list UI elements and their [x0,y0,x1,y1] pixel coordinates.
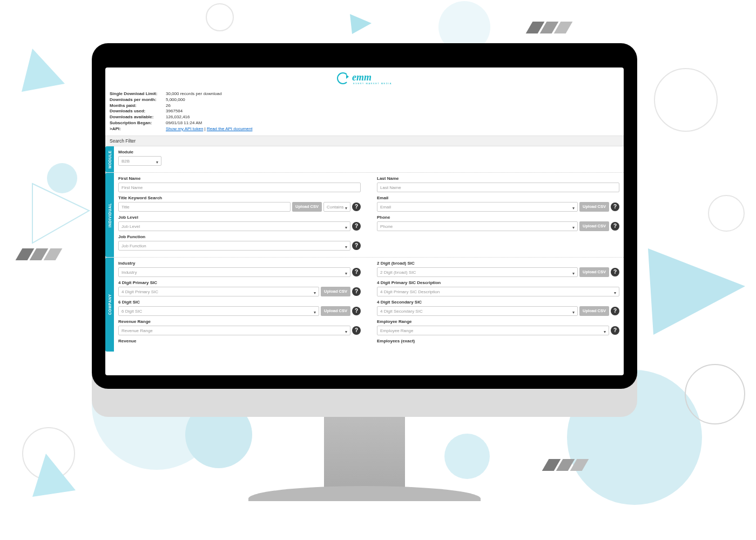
title-match-select[interactable]: Contains [323,202,350,212]
dpm-value: 5,000,000 [166,97,185,103]
sic4sec-label: 4 Digit Secondary SIC [377,300,619,305]
account-info: Single Download Limit:30,000 records per… [105,89,624,136]
section-module: MODULE Module B2B [105,146,624,173]
sic4sec-select[interactable]: 4 Digit Secondary SIC [377,306,578,316]
avail-label: Downloads available: [110,114,164,120]
svg-marker-2 [350,14,372,34]
first-name-label: First Name [118,176,361,181]
svg-marker-12 [32,454,76,497]
help-icon[interactable]: ? [352,326,361,335]
svg-point-13 [444,434,490,479]
sub-value: 09/01/18 11:24 AM [166,120,202,126]
section-company: COMPANY Industry Industry ? 2 Digit (bro… [105,258,624,352]
sic6-upload-csv-button[interactable]: Upload CSV [321,306,350,316]
sic6-select[interactable]: 6 Digit SIC [118,306,319,316]
title-label: Title Keyword Search [118,195,361,200]
job-level-label: Job Level [118,215,361,220]
avail-value: 126,032,416 [166,114,190,120]
limit-value: 30,000 records per download [166,91,222,97]
monitor-base [248,486,481,501]
logo-text: emm [352,72,392,83]
phone-input[interactable]: Phone [377,221,578,231]
sic2-select[interactable]: 2 Digit (broad) SIC [377,267,578,277]
phone-label: Phone [377,215,619,220]
email-upload-csv-button[interactable]: Upload CSV [579,202,609,212]
help-icon[interactable]: ? [611,326,619,335]
decor-triangle [32,454,81,502]
decor-circle [205,3,235,32]
sic4desc-label: 4 Digit Primary SIC Description [377,280,619,285]
decor-circle [707,194,745,232]
logo-tagline: EVERY MARKET MEDIA [353,82,392,85]
help-icon[interactable]: ? [611,222,619,231]
help-icon[interactable]: ? [352,287,361,296]
last-name-input[interactable]: Last Name [377,183,619,192]
help-icon[interactable]: ? [352,268,361,276]
industry-select[interactable]: Industry [118,267,350,277]
logo-bar: emm EVERY MARKET MEDIA [105,68,624,89]
sic4desc-select[interactable]: 4 Digit Primary SIC Description [377,287,619,296]
first-name-input[interactable]: First Name [118,183,361,192]
decor-stripes [16,248,63,260]
sub-label: Subscription Began: [110,120,164,126]
email-input[interactable]: Email [377,202,578,212]
last-name-label: Last Name [377,176,619,181]
api-token-link[interactable]: Show my API token [166,126,203,131]
tab-search-filter[interactable]: Search Filter [105,136,624,146]
decor-play [346,10,375,39]
help-icon[interactable]: ? [611,268,619,276]
decor-play [648,232,756,340]
decor-play-outline [27,178,97,248]
svg-marker-7 [648,248,745,335]
sic4-label: 4 Digit Primary SIC [118,280,361,285]
decor-triangle [22,49,70,97]
svg-point-5 [654,69,717,131]
employees-label: Employees (exact) [377,339,619,343]
job-fn-select[interactable]: Job Function [118,241,350,251]
sic4-select[interactable]: 4 Digit Primary SIC [118,287,319,296]
monitor-stand [324,409,405,496]
side-tab-individual: INDIVIDUAL [105,173,114,257]
emp-range-label: Employee Range [377,319,619,324]
side-tab-company: COMPANY [105,258,114,352]
sic4-upload-csv-button[interactable]: Upload CSV [321,287,350,296]
title-upload-csv-button[interactable]: Upload CSV [292,202,322,212]
svg-marker-0 [22,49,65,92]
help-icon[interactable]: ? [352,202,361,211]
svg-point-15 [685,364,745,424]
monitor-frame: emm EVERY MARKET MEDIA Single Download L… [92,43,637,389]
section-individual: INDIVIDUAL First Name First Name Last Na… [105,173,624,258]
job-level-select[interactable]: Job Level [118,221,350,231]
revenue-label: Revenue [118,339,361,343]
email-label: Email [377,195,619,200]
help-icon[interactable]: ? [611,307,619,315]
sic2-upload-csv-button[interactable]: Upload CSV [579,267,609,277]
job-fn-label: Job Function [118,234,361,239]
svg-point-1 [206,4,233,31]
logo: emm EVERY MARKET MEDIA [337,72,392,85]
used-value: 3967584 [166,109,183,114]
help-icon[interactable]: ? [352,222,361,231]
emp-range-select[interactable]: Employee Range [377,326,609,335]
months-label: Months paid: [110,103,164,109]
title-input[interactable]: Title [118,202,291,212]
rev-range-select[interactable]: Revenue Range [118,326,350,335]
svg-point-8 [708,195,744,231]
help-icon[interactable]: ? [352,241,361,250]
dpm-label: Downloads per month: [110,97,164,103]
api-doc-link[interactable]: Read the API document [207,126,253,131]
phone-upload-csv-button[interactable]: Upload CSV [579,221,609,231]
used-label: Downloads used: [110,109,164,114]
module-select[interactable]: B2B [118,156,161,166]
decor-circle [443,432,491,481]
logo-icon [337,72,349,84]
sic2-label: 2 Digit (broad) SIC [377,261,619,266]
svg-marker-6 [32,184,89,243]
module-label: Module [118,150,161,154]
help-icon[interactable]: ? [352,307,361,315]
sic6-label: 6 Digit SIC [118,300,361,305]
decor-stripes [526,22,573,33]
help-icon[interactable]: ? [611,202,619,211]
sic4sec-upload-csv-button[interactable]: Upload CSV [579,306,609,316]
months-value: 26 [166,103,171,109]
